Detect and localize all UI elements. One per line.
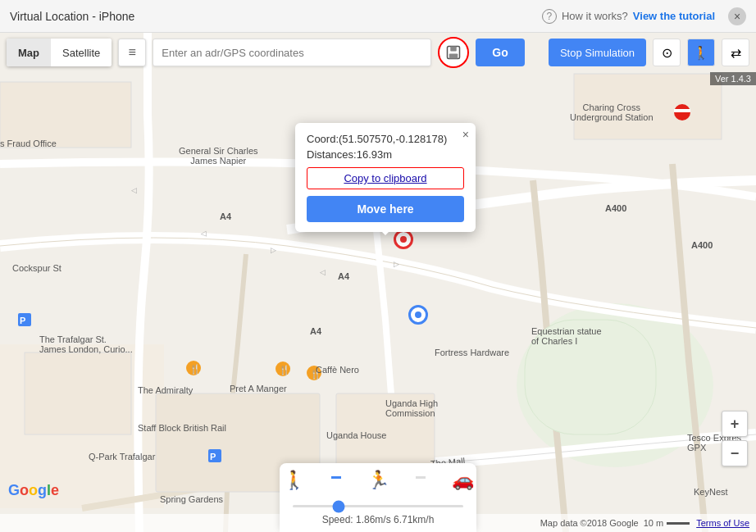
svg-text:P: P [20,316,25,325]
run-speed-icon[interactable]: 🏃 [367,470,389,491]
titlebar: Virtual Location - iPhone ? How it works… [0,0,756,33]
app-title: Virtual Location - iPhone [10,10,542,23]
pret-label: Pret A Manger [230,384,287,393]
compass-icon: ⊙ [662,45,672,61]
go-btn[interactable]: Go [476,39,524,66]
qpark-label: Q-Park Trafalgar [89,452,155,462]
speed-slider[interactable] [293,505,463,507]
close-button[interactable]: × [728,7,746,25]
help-question-icon: ? [542,9,557,24]
version-badge: Ver 1.4.3 [710,72,756,85]
svg-rect-3 [25,352,131,434]
map-type-toggle: Map Satellite [7,39,112,66]
coords-input[interactable] [153,39,431,66]
svg-text:🍴: 🍴 [189,363,201,375]
secondary-pin[interactable] [408,305,428,325]
a4-label2: A4 [338,271,349,281]
svg-rect-18 [674,109,690,112]
fraud-label: s Fraud Office [0,139,57,148]
svg-rect-30 [451,47,458,52]
map-controls-right: + − [722,411,748,466]
zoom-in-btn[interactable]: + [722,411,748,437]
save-icon-btn[interactable] [438,37,469,68]
svg-rect-31 [449,54,458,59]
share-icon: ⇄ [731,45,741,61]
help-area: ? How it works? View the tutorial × [542,7,746,25]
map-attribution: Map data ©2018 Google [540,518,639,528]
uganda-house-label: Uganda House [326,430,386,440]
satellite-btn[interactable]: Satellite [51,39,112,66]
view-tutorial-link[interactable]: View the tutorial [633,10,715,22]
scale-bar [667,522,690,525]
popup-close-btn[interactable]: × [462,128,469,141]
a400-label1: A400 [605,203,626,213]
google-logo: Google [8,482,59,499]
coord-text: Coord:(51.507570,-0.128178) [307,133,464,145]
svg-text:◁: ◁ [200,229,207,238]
how-it-works-text: How it works? [562,10,628,22]
speed-bar: 🚶 🏃 🚗 Speed: 1.86m/s 6.71km/h [280,463,476,532]
walk-mode-btn[interactable]: 🚶 [687,39,715,66]
svg-text:◁: ◁ [131,186,137,194]
move-here-btn[interactable]: Move here [307,196,464,222]
admiralty-label: The Admiralty [138,385,193,395]
svg-text:🍴: 🍴 [279,364,290,375]
map-scale-label: 10 m [644,518,663,528]
uganda-high-label: Uganda HighCommission [385,398,438,418]
walk-speed-icon[interactable]: 🚶 [283,470,305,491]
general-napier-label: General Sir CharlesJames Napier [179,146,258,166]
share-btn[interactable]: ⇄ [722,39,749,66]
svg-text:P: P [210,452,216,462]
svg-text:◁: ◁ [320,268,326,276]
svg-rect-7 [0,82,131,148]
car-speed-icon[interactable]: 🚗 [452,470,474,491]
keynest-label: KeyNest [694,487,728,497]
svg-text:▷: ▷ [394,260,399,268]
distance-text: Distances:16.93m [307,148,464,161]
map-btn[interactable]: Map [7,39,51,66]
stop-simulation-btn[interactable]: Stop Simulation [549,39,646,66]
location-popup: × Coord:(51.507570,-0.128178) Distances:… [295,123,476,232]
cockspur-label: Cockspur St [12,263,61,273]
equestrian-label: Equestrian statueof Charles I [531,326,602,346]
map-top-bar: Map Satellite ≡ Go Stop Simulation ⊙ 🚶 ⇄ [0,33,756,72]
svg-text:▷: ▷ [271,246,276,254]
zoom-out-btn[interactable]: − [722,440,748,466]
copy-clipboard-btn[interactable]: Copy to clipboard [307,167,464,189]
spring-gardens-label: Spring Gardens [160,494,223,504]
a400-label2: A400 [691,240,713,250]
walk-icon: 🚶 [693,45,709,61]
a4-label1: A4 [220,211,231,221]
speed-slider-container [293,496,463,511]
save-icon [446,45,461,60]
caffe-nero-label: Caffè Nero [316,365,359,375]
speed-mode-icons: 🚶 🏃 🚗 [283,470,474,491]
compass-btn[interactable]: ⊙ [653,39,681,66]
trafalgar-label: The Trafalgar St.James London, Curio... [39,334,133,354]
terms-link[interactable]: Terms of Use [696,518,749,528]
charing-cross-label: Charing CrossUnderground Station [570,102,654,122]
a4-label3: A4 [310,326,321,336]
fortress-label: Fortress Hardware [435,348,509,357]
list-icon-btn[interactable]: ≡ [118,39,146,66]
staff-block-label: Staff Block British Rail [138,423,226,433]
main-pin[interactable] [394,230,413,249]
list-icon: ≡ [129,45,136,60]
map-container: ◁ ▷ ▷ ◁ ▷ ◁ ▷ ▷ P P 🍴 🍴 🍴 Map Satellite … [0,33,756,532]
speed-text: Speed: 1.86m/s 6.71km/h [322,514,435,525]
